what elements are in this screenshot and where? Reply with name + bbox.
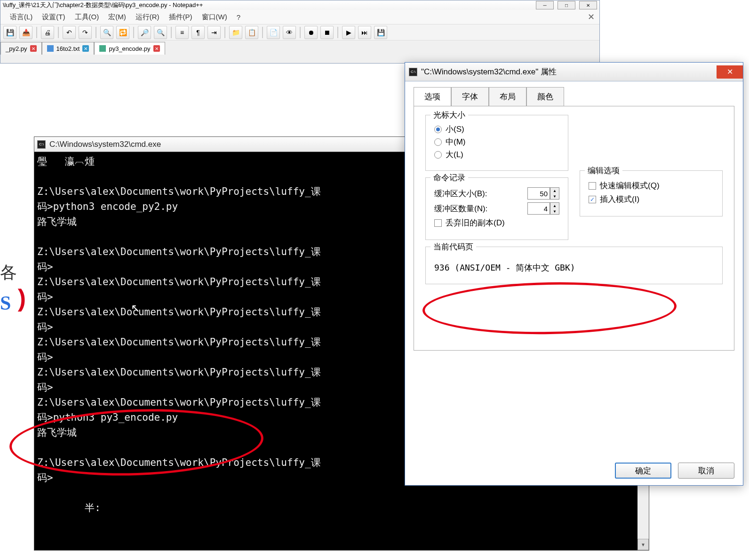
spin-up-icon[interactable]: ▲ xyxy=(550,203,559,208)
npp-title: \luffy_课件\21天入门\chapter2-数据类型\编码\py3_enc… xyxy=(3,1,203,9)
radio-medium[interactable]: 中(M) xyxy=(434,136,559,147)
buffer-size-input[interactable] xyxy=(527,187,550,200)
scroll-down-icon[interactable]: ▼ xyxy=(637,539,649,550)
tab-options[interactable]: 选项 xyxy=(414,87,451,106)
menu-settings[interactable]: 设置(T) xyxy=(42,13,65,22)
cursor-size-fieldset: 光标大小 小(S) 中(M) 大(L) xyxy=(425,115,568,171)
maximize-button[interactable]: □ xyxy=(558,1,575,9)
tab-label: 16to2.txt xyxy=(56,45,80,52)
npp-menubar: 语言(L) 设置(T) 工具(O) 宏(M) 运行(R) 插件(P) 窗口(W)… xyxy=(0,10,599,24)
undo-icon[interactable]: ↶ xyxy=(63,26,76,39)
spin-up-icon[interactable]: ▲ xyxy=(550,188,559,193)
saveall-icon[interactable]: 📥 xyxy=(19,26,32,39)
find-icon[interactable]: 🔍 xyxy=(100,26,113,39)
ok-button[interactable]: 确定 xyxy=(615,463,671,479)
fieldset-legend: 当前代码页 xyxy=(430,241,476,252)
menu-language[interactable]: 语言(L) xyxy=(10,13,32,22)
codepage-value: 936 (ANSI/OEM - 简体中文 GBK) xyxy=(426,252,722,284)
cmd-icon: C:\ xyxy=(37,140,46,149)
funclist-icon[interactable]: 📋 xyxy=(245,26,258,39)
play-icon[interactable]: ▶ xyxy=(342,26,355,39)
docmap-icon[interactable]: 📄 xyxy=(267,26,280,39)
checkbox-icon[interactable] xyxy=(589,196,596,203)
tab-label: py3_encode.py xyxy=(109,45,150,52)
replace-icon[interactable]: 🔁 xyxy=(116,26,129,39)
checkbox-icon[interactable] xyxy=(589,182,596,190)
monitor-icon[interactable]: 👁 xyxy=(283,26,296,39)
minimize-button[interactable]: ─ xyxy=(536,1,554,9)
tab-close-icon[interactable]: ✕ xyxy=(30,45,37,52)
tab-encode-py2[interactable]: _py2.py ✕ xyxy=(0,42,42,55)
tab-font[interactable]: 字体 xyxy=(451,87,489,106)
menu-tools[interactable]: 工具(O) xyxy=(75,13,99,22)
fieldset-legend: 光标大小 xyxy=(430,110,468,120)
tab-16to2[interactable]: 16to2.txt ✕ xyxy=(42,42,95,55)
save-icon[interactable]: 💾 xyxy=(3,26,16,39)
radio-small[interactable]: 小(S) xyxy=(434,124,559,135)
zoomout-icon[interactable]: 🔍 xyxy=(154,26,167,39)
props-titlebar[interactable]: C:\ "C:\Windows\system32\cmd.exe" 属性 ✕ xyxy=(405,63,743,81)
menu-close-icon[interactable]: ✕ xyxy=(588,12,595,22)
toolbar-separator xyxy=(337,27,338,38)
toolbar-separator xyxy=(58,27,59,38)
npp-toolbar: 💾 📥 🖨 ↶ ↷ 🔍 🔁 🔎 🔍 ≡ ¶ ⇥ 📁 📋 📄 👁 ⏺ ⏹ ▶ ⏭ … xyxy=(0,24,599,40)
indent-icon[interactable]: ⇥ xyxy=(207,26,221,39)
npp-titlebar[interactable]: \luffy_课件\21天入门\chapter2-数据类型\编码\py3_enc… xyxy=(0,0,599,10)
tab-layout[interactable]: 布局 xyxy=(489,87,526,106)
file-icon xyxy=(99,45,106,52)
stop-icon[interactable]: ⏹ xyxy=(320,26,334,39)
props-footer: 确定 取消 xyxy=(615,463,734,479)
spin-down-icon[interactable]: ▼ xyxy=(550,208,559,214)
allchars-icon[interactable]: ¶ xyxy=(191,26,205,39)
menu-plugins[interactable]: 插件(P) xyxy=(169,13,192,22)
edit-options-fieldset: 编辑选项 快速编辑模式(Q) 插入模式(I) xyxy=(580,170,723,216)
toolbar-separator xyxy=(262,27,263,38)
toolbar-separator xyxy=(300,27,301,38)
props-tabs: 选项 字体 布局 颜色 xyxy=(414,87,743,106)
radio-large[interactable]: 大(L) xyxy=(434,149,559,160)
fieldset-legend: 编辑选项 xyxy=(585,165,622,176)
savemacro-icon[interactable]: 💾 xyxy=(374,26,387,39)
insert-mode-checkbox-row[interactable]: 插入模式(I) xyxy=(589,194,714,205)
buffer-size-spinner[interactable]: ▲▼ xyxy=(527,187,559,200)
record-icon[interactable]: ⏺ xyxy=(304,26,318,39)
redo-icon[interactable]: ↷ xyxy=(79,26,92,39)
tab-close-icon[interactable]: ✕ xyxy=(82,45,89,52)
radio-icon[interactable] xyxy=(434,126,442,133)
menu-macro[interactable]: 宏(M) xyxy=(108,13,126,22)
menu-run[interactable]: 运行(R) xyxy=(135,13,159,22)
buffer-count-input[interactable] xyxy=(527,202,550,215)
discard-old-checkbox-row[interactable]: 丢弃旧的副本(D) xyxy=(434,217,559,228)
cmd-icon: C:\ xyxy=(409,68,417,76)
menu-help[interactable]: ? xyxy=(237,13,240,21)
toolbar-separator xyxy=(36,27,37,38)
checkbox-icon[interactable] xyxy=(434,219,442,227)
tab-colors[interactable]: 颜色 xyxy=(526,87,564,106)
toolbar-separator xyxy=(96,27,96,38)
buffer-count-spinner[interactable]: ▲▼ xyxy=(527,202,559,215)
wordwrap-icon[interactable]: ≡ xyxy=(175,26,189,39)
background-text-fragment: ) xyxy=(14,286,29,314)
playmulti-icon[interactable]: ⏭ xyxy=(358,26,371,39)
radio-icon[interactable] xyxy=(434,138,442,146)
quick-edit-checkbox-row[interactable]: 快速编辑模式(Q) xyxy=(589,180,714,191)
background-text-fragment: 各 xyxy=(0,261,17,284)
cancel-button[interactable]: 取消 xyxy=(678,463,734,479)
menu-window[interactable]: 窗口(W) xyxy=(202,13,227,22)
folder-icon[interactable]: 📁 xyxy=(229,26,242,39)
spin-down-icon[interactable]: ▼ xyxy=(550,193,559,199)
close-button[interactable]: ✕ xyxy=(717,65,743,79)
fieldset-legend: 命令记录 xyxy=(430,172,468,183)
cmd-history-fieldset: 命令记录 缓冲区大小(B): ▲▼ 缓冲区数量(N): ▲▼ xyxy=(425,177,568,240)
tab-close-icon[interactable]: ✕ xyxy=(153,45,160,52)
tab-label: _py2.py xyxy=(6,45,27,52)
radio-icon[interactable] xyxy=(434,151,442,159)
close-button[interactable]: ✕ xyxy=(579,1,597,9)
tab-py3-encode[interactable]: py3_encode.py ✕ xyxy=(94,42,165,55)
zoomin-icon[interactable]: 🔎 xyxy=(138,26,151,39)
buffer-count-label: 缓冲区数量(N): xyxy=(434,203,487,214)
background-text-fragment: S xyxy=(0,292,11,314)
file-icon xyxy=(47,45,54,52)
print-icon[interactable]: 🖨 xyxy=(41,26,54,39)
cmd-properties-dialog: C:\ "C:\Windows\system32\cmd.exe" 属性 ✕ 选… xyxy=(405,62,743,486)
